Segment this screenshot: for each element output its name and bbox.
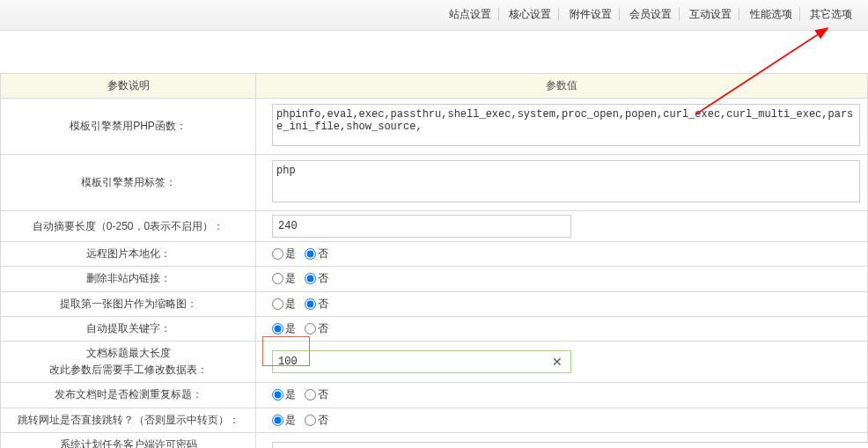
header-param-value: 参数值 — [256, 74, 868, 99]
header-param-desc: 参数说明 — [1, 74, 256, 99]
radio-auto-keywords-no[interactable]: 否 — [305, 321, 328, 336]
row-check-dup-title: 发布文档时是否检测重复标题： 是 否 — [1, 383, 868, 408]
input-auto-summary[interactable] — [272, 215, 571, 238]
nav-member-settings[interactable]: 会员设置 — [622, 8, 680, 20]
input-disable-tags[interactable]: php — [272, 160, 860, 202]
label-disable-php-funcs: 模板引擎禁用PHP函数： — [1, 99, 256, 155]
radio-remove-external-yes[interactable]: 是 — [272, 271, 296, 286]
input-title-maxlen[interactable] — [272, 350, 571, 373]
nav-attachment-settings[interactable]: 附件设置 — [563, 8, 620, 20]
radio-auto-keywords-yes[interactable]: 是 — [272, 321, 296, 336]
radio-remote-img-no[interactable]: 否 — [305, 246, 328, 261]
row-cron-password: 系统计划任务客户端许可密码 (需要客户端，通常不会太重要)： — [1, 432, 868, 448]
label-title-maxlen: 文档标题最大长度 改此参数后需要手工修改数据表： — [1, 341, 256, 382]
label-first-img-thumb: 提取第一张图片作为缩略图： — [1, 291, 256, 316]
input-disable-php-funcs[interactable]: phpinfo,eval,exec,passthru,shell_exec,sy… — [272, 104, 860, 146]
top-navigation: 站点设置 核心设置 附件设置 会员设置 互动设置 性能选项 其它选项 — [0, 0, 868, 31]
row-auto-summary: 自动摘要长度（0-250，0表示不启用）： — [1, 211, 868, 242]
label-auto-keywords: 自动提取关键字： — [1, 316, 256, 341]
row-disable-php-funcs: 模板引擎禁用PHP函数： phpinfo,eval,exec,passthru,… — [1, 99, 868, 155]
label-auto-summary: 自动摘要长度（0-250，0表示不启用）： — [1, 211, 256, 242]
row-remote-img: 远程图片本地化： 是 否 — [1, 242, 868, 267]
nav-core-settings[interactable]: 核心设置 — [502, 8, 559, 20]
input-cron-password[interactable] — [272, 442, 868, 448]
row-disable-tags: 模板引擎禁用标签： php — [1, 155, 868, 211]
nav-performance-options[interactable]: 性能选项 — [743, 8, 800, 20]
label-remove-external: 删除非站内链接： — [1, 267, 256, 291]
row-remove-external: 删除非站内链接： 是 否 — [1, 267, 868, 291]
row-auto-keywords: 自动提取关键字： 是 否 — [1, 316, 868, 341]
radio-first-img-no[interactable]: 否 — [305, 297, 328, 312]
label-disable-tags: 模板引擎禁用标签： — [1, 155, 256, 211]
nav-site-settings[interactable]: 站点设置 — [442, 8, 499, 20]
radio-dup-title-no[interactable]: 否 — [305, 387, 328, 402]
label-remote-img: 远程图片本地化： — [1, 242, 256, 267]
row-title-maxlen: 文档标题最大长度 改此参数后需要手工修改数据表： ✕ — [1, 341, 868, 382]
row-first-img-thumb: 提取第一张图片作为缩略图： 是 否 — [1, 291, 868, 316]
clear-icon[interactable]: ✕ — [552, 355, 563, 369]
nav-other-options[interactable]: 其它选项 — [803, 8, 859, 20]
radio-first-img-yes[interactable]: 是 — [272, 297, 296, 312]
row-jump-direct: 跳转网址是否直接跳转？（否则显示中转页）： 是 否 — [1, 408, 868, 432]
radio-jump-no[interactable]: 否 — [305, 413, 328, 428]
radio-remote-img-yes[interactable]: 是 — [272, 246, 296, 261]
label-check-dup-title: 发布文档时是否检测重复标题： — [1, 383, 256, 408]
nav-interaction-settings[interactable]: 互动设置 — [682, 8, 739, 20]
radio-jump-yes[interactable]: 是 — [272, 413, 296, 428]
radio-dup-title-yes[interactable]: 是 — [272, 387, 296, 402]
radio-remove-external-no[interactable]: 否 — [305, 271, 328, 286]
settings-table: 参数说明 参数值 模板引擎禁用PHP函数： phpinfo,eval,exec,… — [0, 73, 868, 448]
label-cron-password: 系统计划任务客户端许可密码 (需要客户端，通常不会太重要)： — [1, 432, 256, 448]
label-jump-direct: 跳转网址是否直接跳转？（否则显示中转页）： — [1, 408, 256, 432]
